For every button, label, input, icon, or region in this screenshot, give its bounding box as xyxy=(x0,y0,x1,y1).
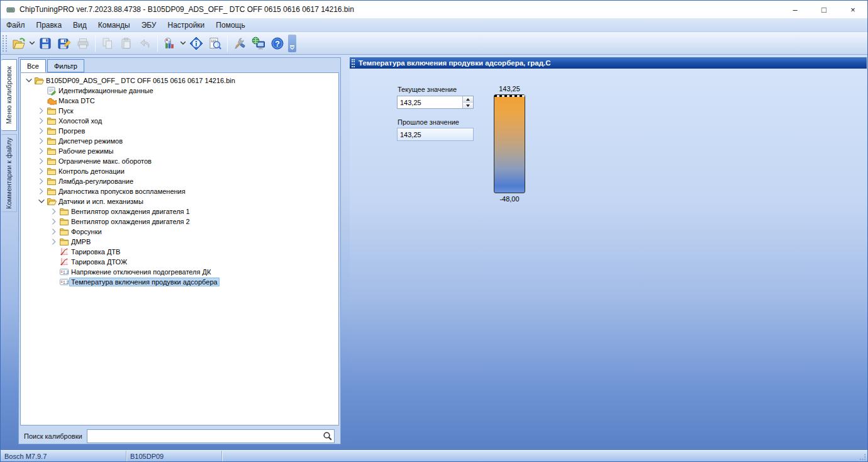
undo-arrow-icon xyxy=(138,37,152,50)
panel-grip[interactable] xyxy=(352,59,355,67)
previous-value-label: Прошлое значение xyxy=(398,118,459,126)
chevron-collapsed-icon[interactable] xyxy=(50,207,58,216)
close-button[interactable]: × xyxy=(838,1,867,18)
menu-settings[interactable]: Настройки xyxy=(162,18,210,31)
tree-item-mode-dispatcher[interactable]: Диспетчер режимов xyxy=(21,136,338,146)
undo-button xyxy=(136,34,155,53)
tree-item-dtv-calibration[interactable]: Тарировка ДТВ xyxy=(21,247,338,257)
print-button xyxy=(74,34,92,53)
tree-item-fan1[interactable]: Вентилятор охлаждения двигателя 1 xyxy=(21,206,338,217)
temperature-gradient-bar[interactable] xyxy=(494,94,525,193)
previous-value-input xyxy=(397,128,474,141)
chevron-collapsed-icon[interactable] xyxy=(50,237,58,246)
calibration-search-row: Поиск калибровки xyxy=(20,428,340,444)
folder-icon xyxy=(58,207,69,217)
search-icon[interactable] xyxy=(323,431,333,441)
tree-item-root[interactable]: B105DP09_ADS_OFF_ DTC OFF 0615 0616 0617… xyxy=(21,76,338,86)
tree-item-injectors[interactable]: Форсунки xyxy=(21,227,338,237)
view-mode-button[interactable] xyxy=(160,34,179,53)
print-icon xyxy=(76,37,90,50)
side-tab-file-comments[interactable]: Комментарии к файлу xyxy=(1,134,17,212)
tree-item-work-modes[interactable]: Рабочие режимы xyxy=(21,146,338,156)
chevron-collapsed-icon[interactable] xyxy=(37,177,46,186)
menu-view[interactable]: Вид xyxy=(67,18,92,31)
current-value-input[interactable] xyxy=(398,96,462,108)
chevron-collapsed-icon[interactable] xyxy=(37,127,46,135)
filter-tabs: Все Фильтр xyxy=(20,59,86,72)
minimize-button[interactable]: – xyxy=(781,1,810,18)
parameter-content: Текущее значение Прошлое значение 143,25… xyxy=(350,69,867,448)
tree-item-misfire-diagnostics[interactable]: Диагностика пропусков воспламенения xyxy=(21,186,338,196)
window-controls: – □ × xyxy=(781,1,867,18)
folder-icon xyxy=(46,137,57,146)
view-mode-dropdown[interactable] xyxy=(179,34,187,53)
chevron-collapsed-icon[interactable] xyxy=(37,137,46,145)
save-button[interactable] xyxy=(36,34,55,53)
tools-button[interactable] xyxy=(230,34,249,53)
chevron-collapsed-icon[interactable] xyxy=(37,147,46,155)
folder-icon xyxy=(58,227,69,237)
folder-icon xyxy=(46,106,57,116)
file-info-button[interactable] xyxy=(187,34,206,53)
tree-item-maf[interactable]: ДМРВ xyxy=(21,237,338,247)
save-as-button[interactable] xyxy=(55,34,74,53)
help-button[interactable]: ? xyxy=(268,34,287,53)
tab-filter[interactable]: Фильтр xyxy=(47,59,84,72)
chevron-collapsed-icon[interactable] xyxy=(50,227,58,236)
scale-min-label: -48,00 xyxy=(494,195,525,203)
menu-commands[interactable]: Команды xyxy=(92,18,136,31)
side-tab-calibration-menu[interactable]: Меню калибровок xyxy=(1,59,17,131)
chevron-collapsed-icon[interactable] xyxy=(37,167,46,176)
maximize-button[interactable]: □ xyxy=(810,1,838,18)
tree-item-sensors-actuators[interactable]: Датчики и исп. механизмы xyxy=(21,196,338,206)
scalar-value-icon xyxy=(58,278,69,287)
menu-help[interactable]: Помощь xyxy=(210,18,250,31)
tree-item-dtc-mask[interactable]: Маска DTC xyxy=(21,96,338,106)
chevron-expanded-icon[interactable] xyxy=(37,197,46,206)
toolbar-overflow-button[interactable] xyxy=(288,35,296,52)
tree-item-fan2[interactable]: Вентилятор охлаждения двигателя 2 xyxy=(21,217,338,227)
network-update-button[interactable] xyxy=(249,34,268,53)
gradient-bar-marker[interactable] xyxy=(494,95,525,97)
calibration-tree: B105DP09_ADS_OFF_ DTC OFF 0615 0616 0617… xyxy=(20,72,339,425)
id-data-icon xyxy=(46,86,57,96)
menu-edit[interactable]: Правка xyxy=(31,18,68,31)
spin-down-button[interactable] xyxy=(463,102,473,108)
search-box xyxy=(87,429,335,443)
tree-item-warmup[interactable]: Прогрев xyxy=(21,126,338,136)
chart-magnifier-icon xyxy=(163,37,177,50)
tree-item-adsorber-purge-temp[interactable]: Температура включения продувки адсорбера xyxy=(21,277,338,287)
chevron-expanded-icon[interactable] xyxy=(25,76,33,85)
copy-icon xyxy=(101,37,114,50)
tree-item-heater-voltage[interactable]: Напряжение отключения подогревателя ДК xyxy=(21,267,338,277)
scale-max-label: 143,25 xyxy=(494,85,525,93)
chevron-collapsed-icon[interactable] xyxy=(37,187,46,196)
chevron-collapsed-icon[interactable] xyxy=(37,157,46,166)
tree-item-start[interactable]: Пуск xyxy=(21,106,338,116)
app-chip-icon xyxy=(6,4,16,14)
chevron-collapsed-icon[interactable] xyxy=(37,106,46,115)
svg-text:?: ? xyxy=(275,39,280,48)
spin-up-button[interactable] xyxy=(463,96,473,102)
calibration-search-input[interactable] xyxy=(87,429,335,443)
menu-file[interactable]: Файл xyxy=(1,18,31,31)
search-label: Поиск калибровки xyxy=(24,432,87,440)
open-file-dropdown[interactable] xyxy=(28,34,36,53)
tree-item-rpm-limit[interactable]: Ограничение макс. оборотов xyxy=(21,156,338,166)
chevron-collapsed-icon[interactable] xyxy=(50,217,58,226)
folder-open-icon xyxy=(46,197,57,206)
tree-item-identification[interactable]: Идентификационные данные xyxy=(21,86,338,96)
tree-item-dtoj-calibration[interactable]: Тарировка ДТОЖ xyxy=(21,257,338,267)
tree-item-lambda[interactable]: Лямбда-регулирование xyxy=(21,176,338,186)
open-file-button[interactable] xyxy=(9,34,28,53)
toolbar-grip[interactable] xyxy=(3,35,7,52)
tree-item-idle[interactable]: Холостой ход xyxy=(21,116,338,126)
print-preview-button[interactable]: 110 xyxy=(206,34,225,53)
chevron-collapsed-icon[interactable] xyxy=(37,116,46,125)
menu-ecu[interactable]: ЭБУ xyxy=(136,18,162,31)
resize-grip[interactable] xyxy=(859,451,867,462)
save-as-floppy-pencil-icon xyxy=(57,37,71,50)
tab-all[interactable]: Все xyxy=(20,59,46,72)
tree-item-knock-control[interactable]: Контроль детонации xyxy=(21,166,338,176)
folder-icon xyxy=(58,217,69,227)
